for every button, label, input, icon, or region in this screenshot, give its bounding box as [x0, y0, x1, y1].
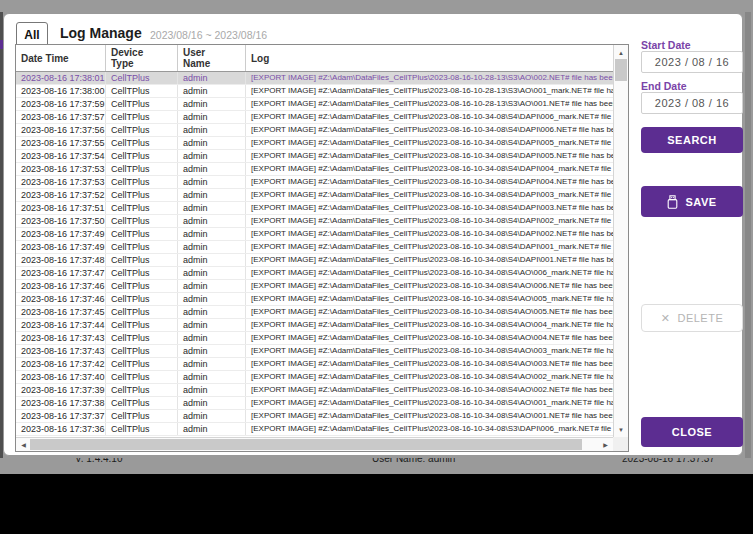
table-row[interactable]: 2023-08-16 17:37:55CellTPlusadmin[EXPORT…	[16, 137, 613, 150]
cell-datetime: 2023-08-16 17:37:36	[16, 423, 106, 435]
cell-device-type: CellTPlus	[106, 358, 178, 370]
vertical-scrollbar[interactable]: ▲ ▼	[613, 45, 628, 437]
cell-log: [EXPORT IMAGE] #Z:\Adam\DataFiles_CellTP…	[246, 111, 613, 123]
table-row[interactable]: 2023-08-16 17:38:00CellTPlusadmin[EXPORT…	[16, 85, 613, 98]
table-row[interactable]: 2023-08-16 17:37:37CellTPlusadmin[EXPORT…	[16, 410, 613, 423]
cell-datetime: 2023-08-16 17:37:53	[16, 176, 106, 188]
table-row[interactable]: 2023-08-16 17:37:50CellTPlusadmin[EXPORT…	[16, 215, 613, 228]
close-button[interactable]: CLOSE	[641, 417, 743, 447]
cell-device-type: CellTPlus	[106, 280, 178, 292]
cell-datetime: 2023-08-16 17:37:42	[16, 358, 106, 370]
table-row[interactable]: 2023-08-16 17:37:43CellTPlusadmin[EXPORT…	[16, 332, 613, 345]
column-header-log[interactable]: Log	[246, 45, 613, 71]
cell-user-name: admin	[178, 228, 246, 240]
table-row[interactable]: 2023-08-16 17:37:44CellTPlusadmin[EXPORT…	[16, 319, 613, 332]
cell-user-name: admin	[178, 397, 246, 409]
scrollbar-corner	[613, 437, 628, 451]
table-row[interactable]: 2023-08-16 17:37:46CellTPlusadmin[EXPORT…	[16, 293, 613, 306]
cell-datetime: 2023-08-16 17:37:43	[16, 332, 106, 344]
cell-datetime: 2023-08-16 17:37:53	[16, 163, 106, 175]
cell-log: [EXPORT IMAGE] #Z:\Adam\DataFiles_CellTP…	[246, 241, 613, 253]
cell-datetime: 2023-08-16 17:38:00	[16, 85, 106, 97]
cell-device-type: CellTPlus	[106, 345, 178, 357]
table-row[interactable]: 2023-08-16 17:37:38CellTPlusadmin[EXPORT…	[16, 397, 613, 410]
cell-user-name: admin	[178, 176, 246, 188]
table-row[interactable]: 2023-08-16 17:37:48CellTPlusadmin[EXPORT…	[16, 254, 613, 267]
cell-device-type: CellTPlus	[106, 176, 178, 188]
table-row[interactable]: 2023-08-16 17:37:43CellTPlusadmin[EXPORT…	[16, 345, 613, 358]
cell-device-type: CellTPlus	[106, 332, 178, 344]
table-row[interactable]: 2023-08-16 17:37:57CellTPlusadmin[EXPORT…	[16, 111, 613, 124]
cell-log: [EXPORT IMAGE] #Z:\Adam\DataFiles_CellTP…	[246, 410, 613, 422]
table-row[interactable]: 2023-08-16 17:37:53CellTPlusadmin[EXPORT…	[16, 176, 613, 189]
cell-user-name: admin	[178, 111, 246, 123]
cell-datetime: 2023-08-16 17:37:49	[16, 241, 106, 253]
table-row[interactable]: 2023-08-16 17:37:42CellTPlusadmin[EXPORT…	[16, 358, 613, 371]
scroll-right-icon[interactable]: ▶	[599, 438, 612, 451]
table-row[interactable]: 2023-08-16 17:37:40CellTPlusadmin[EXPORT…	[16, 371, 613, 384]
cell-datetime: 2023-08-16 17:37:48	[16, 254, 106, 266]
scroll-up-icon[interactable]: ▲	[614, 46, 628, 59]
cell-user-name: admin	[178, 319, 246, 331]
cell-datetime: 2023-08-16 17:37:57	[16, 111, 106, 123]
cell-user-name: admin	[178, 293, 246, 305]
table-row[interactable]: 2023-08-16 17:37:56CellTPlusadmin[EXPORT…	[16, 124, 613, 137]
cell-device-type: CellTPlus	[106, 189, 178, 201]
column-header-device-type[interactable]: Device Type	[106, 45, 178, 71]
table-row[interactable]: 2023-08-16 17:37:47CellTPlusadmin[EXPORT…	[16, 267, 613, 280]
cell-log: [EXPORT IMAGE] #Z:\Adam\DataFiles_CellTP…	[246, 423, 613, 435]
cell-user-name: admin	[178, 267, 246, 279]
table-row[interactable]: 2023-08-16 17:37:36CellTPlusadmin[EXPORT…	[16, 423, 613, 436]
cell-log: [EXPORT IMAGE] #Z:\Adam\DataFiles_CellTP…	[246, 280, 613, 292]
horizontal-scrollbar[interactable]: ◀ ▶	[16, 437, 628, 451]
date-range-text: 2023/08/16 ~ 2023/08/16	[150, 29, 267, 41]
cell-user-name: admin	[178, 306, 246, 318]
save-button[interactable]: SAVE	[641, 186, 743, 217]
scroll-down-icon[interactable]: ▼	[614, 423, 628, 436]
delete-button[interactable]: ✕ DELETE	[641, 304, 743, 332]
table-row[interactable]: 2023-08-16 17:37:54CellTPlusadmin[EXPORT…	[16, 150, 613, 163]
table-row[interactable]: 2023-08-16 17:37:45CellTPlusadmin[EXPORT…	[16, 306, 613, 319]
cell-user-name: admin	[178, 384, 246, 396]
cell-log: [EXPORT IMAGE] #Z:\Adam\DataFiles_CellTP…	[246, 98, 613, 110]
table-row[interactable]: 2023-08-16 17:37:49CellTPlusadmin[EXPORT…	[16, 241, 613, 254]
table-row[interactable]: 2023-08-16 17:37:49CellTPlusadmin[EXPORT…	[16, 228, 613, 241]
start-date-label: Start Date	[641, 39, 691, 51]
cell-user-name: admin	[178, 345, 246, 357]
cell-user-name: admin	[178, 423, 246, 435]
table-row[interactable]: 2023-08-16 17:37:39CellTPlusadmin[EXPORT…	[16, 384, 613, 397]
cell-datetime: 2023-08-16 17:37:51	[16, 202, 106, 214]
log-manage-dialog: All Log Manage 2023/08/16 ~ 2023/08/16 D…	[3, 13, 743, 456]
log-table-body: 2023-08-16 17:38:01CellTPlusadmin[EXPORT…	[16, 72, 613, 437]
letterbox	[0, 474, 753, 534]
table-row[interactable]: 2023-08-16 17:38:01CellTPlusadmin[EXPORT…	[16, 72, 613, 85]
cell-datetime: 2023-08-16 17:37:39	[16, 384, 106, 396]
search-button[interactable]: SEARCH	[641, 127, 743, 153]
column-header-datetime[interactable]: Date Time	[16, 45, 106, 71]
end-date-input[interactable]: 2023 / 08 / 16	[641, 92, 743, 114]
table-row[interactable]: 2023-08-16 17:37:53CellTPlusadmin[EXPORT…	[16, 163, 613, 176]
column-header-user-name[interactable]: User Name	[178, 45, 246, 71]
cell-user-name: admin	[178, 254, 246, 266]
cell-datetime: 2023-08-16 17:37:52	[16, 189, 106, 201]
table-row[interactable]: 2023-08-16 17:37:59CellTPlusadmin[EXPORT…	[16, 98, 613, 111]
dialog-title: Log Manage	[60, 25, 142, 41]
cell-datetime: 2023-08-16 17:37:44	[16, 319, 106, 331]
scroll-left-icon[interactable]: ◀	[17, 438, 30, 451]
horizontal-scroll-thumb[interactable]	[30, 439, 582, 450]
window-right-scroll-band	[745, 12, 751, 474]
start-date-input[interactable]: 2023 / 08 / 16	[641, 51, 743, 73]
cell-device-type: CellTPlus	[106, 163, 178, 175]
cell-log: [EXPORT IMAGE] #Z:\Adam\DataFiles_CellTP…	[246, 215, 613, 227]
cell-device-type: CellTPlus	[106, 124, 178, 136]
cell-device-type: CellTPlus	[106, 72, 178, 84]
cell-log: [EXPORT IMAGE] #Z:\Adam\DataFiles_CellTP…	[246, 267, 613, 279]
table-row[interactable]: 2023-08-16 17:37:52CellTPlusadmin[EXPORT…	[16, 189, 613, 202]
cell-device-type: CellTPlus	[106, 319, 178, 331]
delete-x-icon: ✕	[661, 312, 671, 325]
table-row[interactable]: 2023-08-16 17:37:46CellTPlusadmin[EXPORT…	[16, 280, 613, 293]
cell-datetime: 2023-08-16 17:37:37	[16, 410, 106, 422]
vertical-scroll-thumb[interactable]	[615, 59, 627, 81]
cell-log: [EXPORT IMAGE] #Z:\Adam\DataFiles_CellTP…	[246, 345, 613, 357]
table-row[interactable]: 2023-08-16 17:37:51CellTPlusadmin[EXPORT…	[16, 202, 613, 215]
